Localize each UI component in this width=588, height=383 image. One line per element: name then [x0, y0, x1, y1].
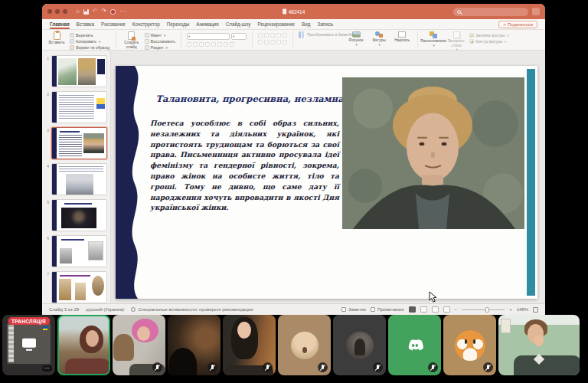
reset-button[interactable]: Восстановить [145, 39, 175, 44]
justify-button[interactable] [276, 40, 281, 44]
ribbon: Вставить Вырезать Копировать Формат по о… [42, 30, 545, 51]
tab-draw[interactable]: Рисование [101, 20, 126, 28]
tab-insert[interactable]: Вставка [77, 20, 94, 28]
account-icon[interactable] [532, 8, 540, 15]
paste-icon [54, 31, 60, 40]
text-highlight-button[interactable] [224, 42, 228, 47]
font-color-button[interactable] [230, 42, 234, 47]
thumbnail-graphic [75, 283, 86, 300]
slide-body-text[interactable]: Поетеса уособлює в собі образ сильних, н… [150, 118, 339, 213]
underline-button[interactable] [199, 42, 204, 47]
autosave-icon[interactable] [110, 9, 116, 15]
lesya-ukrainka-portrait-image[interactable] [342, 77, 524, 229]
slide-thumbnail[interactable] [51, 91, 107, 123]
screen-share-tile[interactable]: ТРАНСЛЯЦІЯ [2, 315, 55, 375]
italic-button[interactable] [193, 42, 198, 47]
strikethrough-button[interactable] [205, 42, 210, 47]
zoom-in-button[interactable] [509, 307, 512, 312]
align-center-button[interactable] [264, 40, 269, 44]
slide-thumbnail-panel[interactable]: 1 2 3 4 5 [42, 51, 111, 303]
shape-outline-button[interactable]: Контур фигуры [469, 39, 508, 44]
participant-avatar-tile[interactable] [388, 315, 441, 375]
ribbon-tabs: Главная Вставка Рисование Конструктор Пе… [42, 19, 545, 30]
align-left-button[interactable] [258, 40, 263, 44]
slide-thumbnail[interactable] [51, 55, 107, 87]
slide-thumbnail[interactable] [51, 163, 107, 195]
participant-video-tile[interactable] [498, 315, 580, 375]
slide-thumbnail[interactable] [51, 199, 107, 231]
zoom-out-button[interactable] [455, 307, 458, 312]
participant-video-tile[interactable] [113, 315, 165, 375]
participant-video-tile-active-speaker[interactable] [57, 315, 110, 375]
character-spacing-button[interactable] [217, 42, 222, 47]
paste-button[interactable]: Вставить [47, 31, 67, 45]
participant-avatar-tile[interactable] [278, 315, 331, 375]
line-spacing-button[interactable] [283, 33, 287, 38]
smartart-button[interactable]: Преобразовать в SmartArt [299, 31, 343, 38]
participant-avatar-tile[interactable] [443, 315, 496, 375]
search-input[interactable] [453, 8, 528, 16]
zoom-slider[interactable] [462, 309, 505, 310]
indent-decrease-button[interactable] [270, 33, 275, 38]
copy-button[interactable]: Копировать [70, 39, 110, 44]
layout-button[interactable]: Макет [145, 33, 175, 38]
tab-transitions[interactable]: Переходы [167, 20, 190, 28]
font-size-select[interactable] [231, 33, 247, 40]
share-button[interactable]: Поделиться [498, 21, 537, 28]
bold-button[interactable] [187, 42, 191, 47]
format-painter-button[interactable]: Формат по образцу [70, 45, 110, 50]
language-indicator[interactable]: русский (Украина) [86, 307, 124, 312]
zoom-window-button[interactable] [63, 9, 67, 14]
tab-animations[interactable]: Анимация [196, 20, 219, 28]
slide-thumbnail-selected[interactable] [51, 127, 107, 159]
save-icon[interactable] [83, 9, 89, 15]
tab-home[interactable]: Главная [50, 20, 70, 28]
tab-record[interactable]: Запись [317, 20, 333, 28]
zoom-level[interactable]: 148% [517, 307, 528, 312]
tab-view[interactable]: Вид [302, 20, 310, 28]
tab-review[interactable]: Рецензирование [257, 20, 295, 28]
home-icon[interactable] [76, 8, 80, 15]
slide[interactable]: Талановита, прогресивна, незламна Поетес… [116, 66, 537, 299]
cut-button[interactable]: Вырезать [70, 33, 110, 38]
tab-design[interactable]: Конструктор [132, 20, 160, 28]
section-button[interactable]: Раздел [145, 45, 175, 50]
indent-increase-button[interactable] [276, 33, 281, 38]
close-window-button[interactable] [47, 9, 52, 14]
tile-more-options-button[interactable] [42, 365, 52, 372]
slide-thumbnail[interactable] [51, 235, 107, 267]
slide-thumbnail[interactable] [51, 271, 107, 303]
zoom-slider-knob[interactable] [485, 307, 489, 313]
undo-icon[interactable] [93, 8, 98, 15]
align-right-button[interactable] [270, 40, 275, 44]
textbox-button[interactable]: Надпись [392, 31, 412, 43]
arrange-button[interactable]: Расположение [423, 31, 443, 47]
reading-view-button[interactable] [432, 306, 439, 313]
tab-slideshow[interactable]: Слайд-шоу [226, 20, 251, 28]
slide-title[interactable]: Талановита, прогресивна, незламна [154, 93, 345, 104]
slide-sorter-view-button[interactable] [420, 306, 427, 313]
numbering-button[interactable] [264, 33, 269, 38]
window-controls[interactable] [47, 9, 67, 14]
font-name-select[interactable] [187, 33, 230, 40]
shape-fill-button[interactable]: Заливка фигуры [469, 33, 508, 38]
toolbar-more-icon[interactable] [119, 8, 126, 15]
text-shadow-button[interactable] [211, 42, 216, 47]
slideshow-view-button[interactable] [443, 306, 450, 313]
accessibility-status[interactable]: Специальные возможности: проверьте реком… [131, 307, 253, 312]
shapes-button[interactable]: Фигуры [369, 31, 389, 47]
bullets-button[interactable] [258, 33, 263, 38]
participant-video-tile[interactable] [168, 315, 220, 375]
comments-button[interactable]: Примечания [371, 307, 404, 312]
quick-styles-button[interactable]: Экспресс-стили [446, 31, 466, 52]
notes-button[interactable]: Заметки [341, 307, 366, 312]
participant-video-tile[interactable] [223, 315, 276, 375]
redo-icon[interactable] [102, 8, 107, 15]
normal-view-button[interactable] [409, 306, 416, 313]
microphone-muted-icon [373, 362, 383, 372]
columns-button[interactable] [283, 40, 287, 44]
minimize-window-button[interactable] [55, 9, 60, 14]
participant-avatar-tile[interactable] [333, 315, 386, 375]
fit-slide-button[interactable] [533, 307, 538, 313]
section-label: Раздел [151, 45, 164, 50]
